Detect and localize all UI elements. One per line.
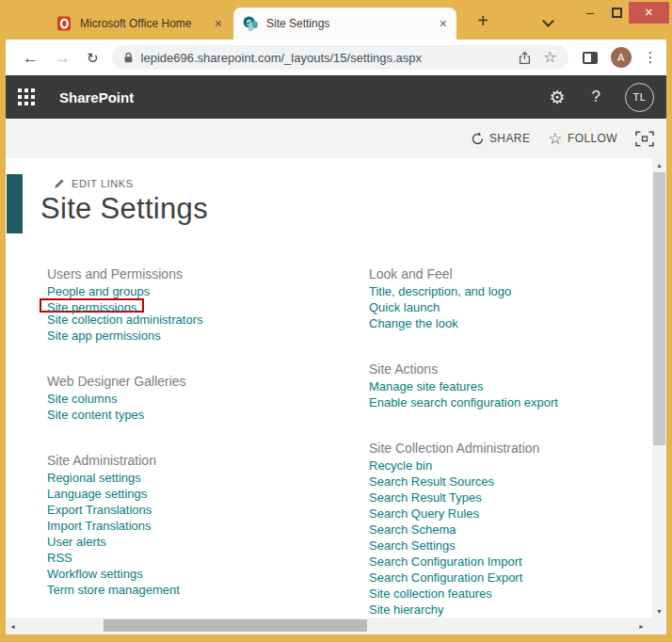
scroll-left-icon[interactable]: ◄ [6, 619, 20, 633]
link-site-collection-features[interactable]: Site collection features [369, 586, 558, 602]
section-heading: Users and Permissions [47, 265, 202, 283]
focus-on-content-icon[interactable] [635, 131, 654, 147]
forward-button: → [55, 50, 71, 66]
app-launcher-icon[interactable] [18, 88, 35, 105]
browser-menu-icon[interactable]: ⋮ [644, 49, 658, 66]
browser-profile-avatar[interactable]: A [611, 47, 632, 68]
link-manage-site-features[interactable]: Manage site features [369, 378, 558, 394]
suite-bar: SharePoint ⚙ ? TL [6, 75, 666, 119]
tab-title: Site Settings [266, 17, 431, 30]
lock-icon [123, 52, 134, 64]
gear-icon[interactable]: ⚙ [549, 88, 565, 106]
minimize-button[interactable]: – [576, 4, 604, 23]
link-site-collection-administrators[interactable]: Site collection administrators [47, 312, 202, 328]
link-site-app-permissions[interactable]: Site app permissions [47, 328, 202, 344]
horizontal-scrollbar-thumb[interactable] [104, 619, 367, 632]
reload-button[interactable]: ↻ [87, 51, 99, 65]
edit-links-label: EDIT LINKS [72, 178, 134, 189]
settings-section-users-and-permissions: Users and PermissionsPeople and groupsSi… [47, 265, 202, 344]
command-bar: SHARE ☆ FOLLOW [6, 119, 666, 158]
side-panel-icon[interactable] [583, 52, 598, 64]
close-window-button[interactable]: × [629, 2, 669, 24]
edit-links-button[interactable]: EDIT LINKS [54, 178, 134, 189]
section-heading: Site Collection Administration [369, 439, 558, 457]
settings-section-web-designer-galleries: Web Designer GalleriesSite columnsSite c… [47, 372, 202, 423]
share-button[interactable]: SHARE [471, 132, 530, 146]
scroll-up-icon[interactable]: ▲ [652, 158, 666, 171]
pencil-icon [54, 178, 65, 189]
section-heading: Look and Feel [369, 265, 558, 283]
settings-section-site-administration: Site AdministrationRegional settingsLang… [47, 451, 202, 598]
svg-text:S: S [247, 18, 252, 27]
link-search-query-rules[interactable]: Search Query Rules [369, 506, 558, 522]
page-content: EDIT LINKS Site Settings Users and Permi… [6, 158, 652, 618]
back-button[interactable]: ← [23, 50, 39, 66]
link-people-and-groups[interactable]: People and groups [47, 283, 202, 299]
settings-column-left: Users and PermissionsPeople and groupsSi… [47, 265, 202, 618]
link-language-settings[interactable]: Language settings [47, 486, 202, 502]
scroll-right-icon[interactable]: ► [634, 619, 648, 633]
address-bar: ← → ↻ lepide696.sharepoint.com/_layouts/… [6, 40, 666, 75]
bookmark-star-icon[interactable]: ☆ [543, 50, 556, 65]
tab-title: Microsoft Office Home [80, 17, 206, 30]
section-heading: Site Administration [47, 451, 202, 470]
link-site-hierarchy[interactable]: Site hierarchy [369, 602, 558, 618]
account-avatar[interactable]: TL [625, 83, 654, 112]
tab-microsoft-office-home[interactable]: Microsoft Office Home × [47, 8, 232, 39]
settings-column-right: Look and FeelTitle, description, and log… [369, 265, 558, 618]
link-search-configuration-export[interactable]: Search Configuration Export [369, 570, 558, 586]
link-search-result-types[interactable]: Search Result Types [369, 490, 558, 506]
share-page-icon[interactable] [518, 51, 532, 65]
close-tab-icon[interactable]: × [215, 17, 222, 30]
link-export-translations[interactable]: Export Translations [47, 502, 202, 518]
follow-label: FOLLOW [568, 132, 617, 145]
horizontal-scrollbar[interactable]: ◄ ► [6, 618, 666, 634]
url-input[interactable]: lepide696.sharepoint.com/_layouts/15/set… [112, 45, 568, 70]
tab-search-chevron-icon[interactable] [542, 15, 554, 27]
link-enable-search-configuration-export[interactable]: Enable search configuration export [369, 394, 558, 410]
link-rss[interactable]: RSS [47, 550, 202, 566]
sharepoint-brand[interactable]: SharePoint [59, 89, 549, 105]
link-search-settings[interactable]: Search Settings [369, 538, 558, 554]
link-regional-settings[interactable]: Regional settings [47, 470, 202, 486]
link-user-alerts[interactable]: User alerts [47, 534, 202, 550]
vertical-scrollbar[interactable]: ▲ ▼ [652, 158, 666, 618]
settings-section-look-and-feel: Look and FeelTitle, description, and log… [369, 265, 558, 331]
quick-launch-edge [7, 174, 23, 233]
close-tab-icon[interactable]: × [440, 17, 447, 30]
link-site-content-types[interactable]: Site content types [47, 407, 202, 423]
link-site-permissions[interactable]: Site permissions [40, 298, 144, 313]
tab-site-settings[interactable]: S Site Settings × [233, 8, 456, 40]
share-icon [471, 132, 485, 146]
link-workflow-settings[interactable]: Workflow settings [47, 566, 202, 582]
sharepoint-icon: S [243, 16, 258, 31]
share-label: SHARE [489, 132, 530, 145]
scroll-down-icon[interactable]: ▼ [652, 604, 666, 618]
link-change-the-look[interactable]: Change the look [369, 315, 558, 331]
office-icon [56, 16, 72, 31]
link-search-result-sources[interactable]: Search Result Sources [369, 473, 558, 490]
page-title: Site Settings [40, 192, 208, 226]
help-icon[interactable]: ? [592, 88, 600, 106]
link-quick-launch[interactable]: Quick launch [369, 299, 558, 315]
settings-section-site-collection-administration: Site Collection AdministrationRecycle bi… [369, 439, 558, 618]
section-heading: Site Actions [369, 360, 558, 378]
link-recycle-bin[interactable]: Recycle bin [369, 457, 558, 473]
link-site-columns[interactable]: Site columns [47, 391, 202, 407]
url-text: lepide696.sharepoint.com/_layouts/15/set… [141, 51, 422, 65]
follow-star-icon: ☆ [548, 131, 563, 147]
link-term-store-management[interactable]: Term store management [47, 582, 202, 598]
vertical-scrollbar-thumb[interactable] [653, 172, 665, 445]
browser-window: Microsoft Office Home × S Site Settings … [0, 0, 672, 642]
follow-button[interactable]: ☆ FOLLOW [548, 131, 617, 147]
maximize-button[interactable] [612, 8, 622, 18]
link-import-translations[interactable]: Import Translations [47, 518, 202, 534]
section-heading: Web Designer Galleries [47, 372, 202, 391]
link-search-schema[interactable]: Search Schema [369, 522, 558, 538]
new-tab-button[interactable]: + [471, 10, 495, 32]
link-title-description-and-logo[interactable]: Title, description, and logo [369, 283, 558, 299]
link-search-configuration-import[interactable]: Search Configuration Import [369, 554, 558, 570]
settings-section-site-actions: Site ActionsManage site featuresEnable s… [369, 360, 558, 410]
